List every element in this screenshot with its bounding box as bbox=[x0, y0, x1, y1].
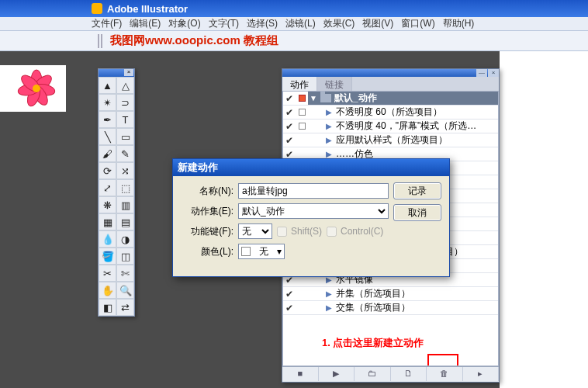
app-titlebar: Adobe Illustrator bbox=[0, 0, 588, 17]
paintbrush-tool[interactable]: 🖌 bbox=[99, 145, 116, 162]
panel-controls: — × bbox=[282, 69, 499, 77]
dialog-toggle-icon[interactable] bbox=[299, 123, 306, 130]
delete-button[interactable]: 🗑 bbox=[427, 367, 463, 381]
menu-effect[interactable]: 效果(C) bbox=[323, 17, 355, 30]
tab-actions[interactable]: 动作 bbox=[282, 77, 317, 91]
close-icon[interactable]: × bbox=[488, 69, 499, 77]
stop-button[interactable]: ■ bbox=[282, 367, 319, 381]
new-set-button[interactable]: 🗀 bbox=[355, 367, 391, 381]
live-paint-selection-tool[interactable]: ◫ bbox=[116, 248, 134, 265]
action-label: 应用默认样式（所选项目） bbox=[336, 133, 498, 147]
shift-check-input bbox=[277, 227, 287, 237]
rotate-tool[interactable]: ⟳ bbox=[99, 162, 116, 179]
toggle-check-icon[interactable]: ✔ bbox=[283, 135, 296, 146]
action-label: 并集（所选项目） bbox=[336, 287, 498, 300]
menu-view[interactable]: 视图(V) bbox=[362, 17, 393, 30]
fill-stroke-tool[interactable]: ◧ bbox=[99, 299, 116, 316]
color-label: 颜色(L): bbox=[179, 245, 233, 258]
menu-select[interactable]: 选择(S) bbox=[247, 17, 278, 30]
lasso-tool[interactable]: ⊃ bbox=[116, 94, 134, 111]
menu-window[interactable]: 窗口(W) bbox=[401, 17, 434, 30]
action-row[interactable]: ✔▶并集（所选项目） bbox=[283, 287, 498, 301]
app-logo-icon bbox=[92, 3, 102, 14]
selection-tool[interactable]: ▲ bbox=[99, 77, 116, 94]
action-row[interactable]: ✔▶不透明度 60（所选项目） bbox=[283, 106, 498, 120]
live-paint-tool[interactable]: 🪣 bbox=[99, 248, 116, 265]
close-icon[interactable]: × bbox=[124, 69, 133, 76]
line-tool[interactable]: ╲ bbox=[99, 128, 116, 145]
menu-filter[interactable]: 滤镜(L) bbox=[285, 17, 316, 30]
dialog-toggle-icon[interactable] bbox=[299, 109, 306, 116]
scissors-tool[interactable]: ✄ bbox=[116, 265, 134, 282]
dialog-toggle-icon[interactable] bbox=[299, 95, 306, 102]
type-tool[interactable]: T bbox=[116, 111, 134, 128]
free-transform-tool[interactable]: ⬚ bbox=[116, 179, 134, 196]
ctrl-check-input bbox=[327, 227, 337, 237]
disclosure-right-icon[interactable]: ▶ bbox=[325, 108, 333, 116]
action-row[interactable]: ✔▶交集（所选项目） bbox=[283, 301, 498, 315]
direct-selection-tool[interactable]: △ bbox=[116, 77, 134, 94]
reflect-tool[interactable]: ⤮ bbox=[116, 162, 134, 179]
disclosure-right-icon[interactable]: ▶ bbox=[325, 289, 333, 298]
action-label: 不透明度 40，"屏幕"模式（所选… bbox=[336, 120, 498, 133]
panel-menu-button[interactable]: ▸ bbox=[463, 367, 500, 381]
cancel-button[interactable]: 取消 bbox=[393, 204, 441, 221]
toggle-check-icon[interactable]: ✔ bbox=[283, 303, 296, 314]
zoom-tool[interactable]: 🔍 bbox=[116, 282, 134, 299]
hand-tool[interactable]: ✋ bbox=[99, 282, 116, 299]
color-value: 无 bbox=[259, 245, 268, 258]
toggle-check-icon[interactable]: ✔ bbox=[283, 289, 296, 300]
toggle-check-icon[interactable]: ✔ bbox=[283, 107, 296, 118]
new-action-button[interactable]: 🗋 bbox=[391, 367, 427, 381]
action-set-select[interactable]: 默认_动作 bbox=[238, 203, 389, 219]
menu-help[interactable]: 帮助(H) bbox=[443, 17, 475, 30]
tool-palette: × ▲ △ ✴ ⊃ ✒ T ╲ ▭ 🖌 ✎ ⟳ ⤮ ⤢ ⬚ ❋ ▥ ▦ ▤ 💧 … bbox=[98, 68, 135, 317]
play-button[interactable]: ▶ bbox=[319, 367, 355, 381]
action-label: 交集（所选项目） bbox=[336, 301, 498, 314]
action-row[interactable]: ✔▶不透明度 40，"屏幕"模式（所选… bbox=[283, 120, 498, 133]
gradient-tool[interactable]: ▤ bbox=[116, 213, 134, 230]
symbol-sprayer-tool[interactable]: ❋ bbox=[99, 196, 116, 213]
magic-wand-tool[interactable]: ✴ bbox=[99, 94, 116, 111]
action-set-name: 默认_动作 bbox=[334, 92, 498, 105]
swap-fill-stroke-tool[interactable]: ⇄ bbox=[116, 299, 134, 316]
action-set-header[interactable]: ✔ ▼默认_动作 bbox=[283, 92, 498, 106]
menu-edit[interactable]: 编辑(E) bbox=[130, 17, 161, 30]
color-select[interactable]: 无 ▾ bbox=[238, 244, 285, 259]
disclosure-right-icon[interactable]: ▶ bbox=[325, 122, 333, 130]
name-label: 名称(N): bbox=[179, 185, 233, 198]
eyedropper-tool[interactable]: 💧 bbox=[99, 230, 116, 248]
tutorial-highlight-box bbox=[427, 354, 458, 366]
rectangle-tool[interactable]: ▭ bbox=[116, 128, 134, 145]
scale-tool[interactable]: ⤢ bbox=[99, 179, 116, 196]
slice-tool[interactable]: ✂ bbox=[99, 265, 116, 282]
fkey-label: 功能键(F): bbox=[179, 225, 233, 238]
pen-tool[interactable]: ✒ bbox=[99, 111, 116, 128]
tab-links[interactable]: 链接 bbox=[317, 77, 352, 91]
menu-object[interactable]: 对象(O) bbox=[168, 17, 200, 30]
action-name-input[interactable] bbox=[238, 183, 389, 199]
toggle-check-icon[interactable]: ✔ bbox=[283, 93, 296, 104]
disclosure-right-icon[interactable]: ▶ bbox=[325, 136, 333, 144]
record-button[interactable]: 记录 bbox=[393, 182, 441, 199]
tutorial-banner: 我图网www.ooopic.com 教程组 bbox=[0, 31, 588, 51]
menu-file[interactable]: 文件(F) bbox=[92, 17, 122, 30]
panel-footer: ■ ▶ 🗀 🗋 🗑 ▸ bbox=[282, 366, 499, 380]
pencil-tool[interactable]: ✎ bbox=[116, 145, 134, 162]
app-title: Adobe Illustrator bbox=[107, 3, 188, 15]
toggle-check-icon[interactable]: ✔ bbox=[283, 121, 296, 132]
dialog-title[interactable]: 新建动作 bbox=[173, 159, 449, 176]
color-swatch-icon bbox=[241, 247, 251, 256]
minimize-icon[interactable]: — bbox=[476, 69, 487, 77]
blend-tool[interactable]: ◑ bbox=[116, 230, 134, 248]
mesh-tool[interactable]: ▦ bbox=[99, 213, 116, 230]
disclosure-right-icon[interactable]: ▶ bbox=[325, 150, 333, 158]
disclosure-right-icon[interactable]: ▶ bbox=[325, 303, 333, 312]
disclosure-down-icon[interactable]: ▼ bbox=[310, 94, 317, 102]
menu-text[interactable]: 文字(T) bbox=[209, 17, 239, 30]
palette-header[interactable]: × bbox=[99, 69, 134, 77]
graph-tool[interactable]: ▥ bbox=[116, 196, 134, 213]
action-row[interactable]: ✔▶应用默认样式（所选项目） bbox=[283, 133, 498, 147]
function-key-select[interactable]: 无 bbox=[238, 223, 272, 239]
banner-text: 我图网www.ooopic.com 教程组 bbox=[110, 33, 278, 48]
